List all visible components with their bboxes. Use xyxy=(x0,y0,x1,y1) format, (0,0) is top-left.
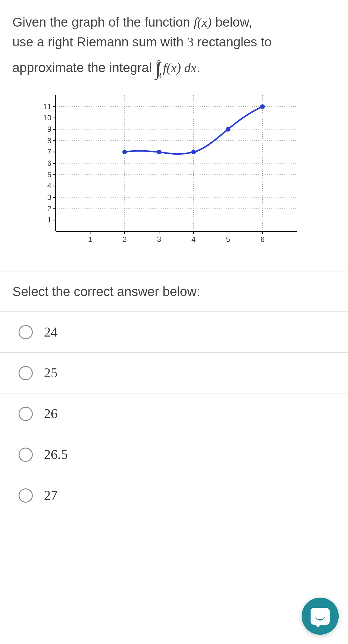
integrand: f(x) dx xyxy=(163,61,196,75)
svg-text:10: 10 xyxy=(43,114,51,122)
option-label: 26 xyxy=(44,406,58,422)
chart: 1234561234567891011 xyxy=(12,80,336,262)
svg-text:6: 6 xyxy=(47,159,51,167)
svg-point-53 xyxy=(122,150,127,154)
svg-text:3: 3 xyxy=(47,193,51,201)
svg-text:4: 4 xyxy=(191,235,195,243)
prompt-text: Select the correct answer below: xyxy=(12,284,200,299)
svg-text:6: 6 xyxy=(260,235,264,243)
option-27[interactable]: 27 xyxy=(0,475,348,516)
q-prefix: Given the graph of the function xyxy=(12,15,194,29)
chat-smile-icon xyxy=(315,616,325,620)
svg-text:5: 5 xyxy=(47,170,51,179)
question-block: Given the graph of the function f(x) bel… xyxy=(0,0,348,272)
svg-point-56 xyxy=(226,127,230,131)
option-label: 25 xyxy=(44,365,58,381)
q-line3a: approximate the integral xyxy=(12,60,155,75)
svg-text:2: 2 xyxy=(122,235,127,243)
svg-text:1: 1 xyxy=(47,216,51,224)
option-label: 24 xyxy=(44,324,58,340)
option-26-5[interactable]: 26.5 xyxy=(0,434,348,475)
chat-icon xyxy=(311,608,330,625)
radio-icon xyxy=(19,407,33,421)
q-line2a: use a right Riemann sum with xyxy=(12,35,187,49)
q-suffix1: below, xyxy=(212,15,252,29)
option-26[interactable]: 26 xyxy=(0,393,348,434)
svg-text:2: 2 xyxy=(47,204,51,213)
svg-text:8: 8 xyxy=(47,136,51,145)
svg-text:4: 4 xyxy=(47,182,51,190)
svg-point-57 xyxy=(260,105,265,109)
svg-text:1: 1 xyxy=(88,235,92,243)
svg-text:7: 7 xyxy=(47,148,51,156)
svg-text:11: 11 xyxy=(43,102,51,111)
option-label: 27 xyxy=(44,487,58,503)
svg-text:3: 3 xyxy=(157,235,161,243)
radio-icon xyxy=(19,448,33,462)
option-24[interactable]: 24 xyxy=(0,312,348,353)
radio-icon xyxy=(19,325,33,339)
q-rects: 3 xyxy=(187,35,194,49)
svg-point-54 xyxy=(157,150,161,154)
svg-text:9: 9 xyxy=(47,125,51,133)
integral-lower: 3 xyxy=(157,71,162,80)
integral-expression: ∫36f(x) dx xyxy=(155,52,196,80)
question-text: Given the graph of the function f(x) bel… xyxy=(12,12,336,80)
option-label: 26.5 xyxy=(44,447,68,462)
q-period: . xyxy=(196,60,200,75)
answer-prompt: Select the correct answer below: xyxy=(0,272,348,312)
integral-upper: 6 xyxy=(156,58,161,68)
q-line2b: rectangles to xyxy=(194,35,272,49)
radio-icon xyxy=(19,366,33,380)
svg-point-55 xyxy=(191,150,196,154)
q-fx: f(x) xyxy=(194,15,212,29)
option-25[interactable]: 25 xyxy=(0,353,348,393)
radio-icon xyxy=(19,488,33,503)
svg-text:5: 5 xyxy=(226,235,230,243)
chart-svg: 1234561234567891011 xyxy=(37,89,309,250)
chat-support-button[interactable] xyxy=(302,598,339,635)
